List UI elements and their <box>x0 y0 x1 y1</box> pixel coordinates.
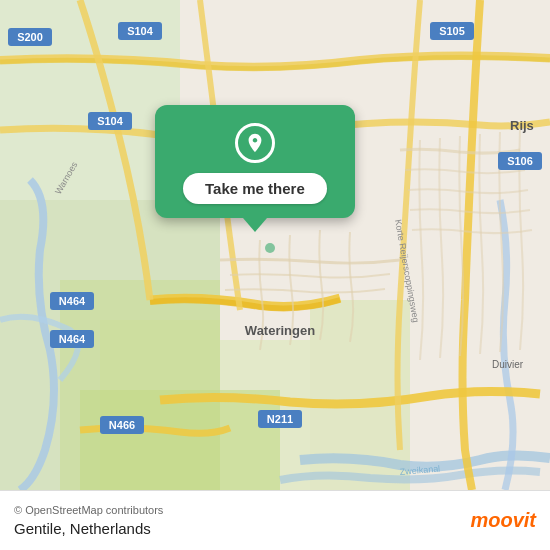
bottom-bar: © OpenStreetMap contributors Gentile, Ne… <box>0 490 550 550</box>
map-container: S200 S104 S104 S105 S106 N464 N464 N466 … <box>0 0 550 490</box>
location-pin-icon <box>235 123 275 163</box>
svg-text:Rijs: Rijs <box>510 118 534 133</box>
copyright-text: © OpenStreetMap contributors <box>14 504 163 516</box>
popup-bubble: Take me there <box>155 105 355 218</box>
svg-text:N466: N466 <box>109 419 135 431</box>
svg-text:Duivier: Duivier <box>492 359 524 370</box>
svg-text:N211: N211 <box>267 413 293 425</box>
svg-rect-7 <box>80 390 280 490</box>
svg-text:N464: N464 <box>59 295 86 307</box>
svg-text:Wateringen: Wateringen <box>245 323 315 338</box>
svg-text:S105: S105 <box>439 25 465 37</box>
take-me-there-button[interactable]: Take me there <box>183 173 327 204</box>
map-background: S200 S104 S104 S105 S106 N464 N464 N466 … <box>0 0 550 490</box>
location-label: Gentile, Netherlands <box>14 520 163 537</box>
bottom-left: © OpenStreetMap contributors Gentile, Ne… <box>14 504 163 537</box>
map-popup: Take me there <box>155 105 355 218</box>
svg-text:S106: S106 <box>507 155 533 167</box>
svg-text:S200: S200 <box>17 31 43 43</box>
moovit-logo-text: moovit <box>470 509 536 532</box>
svg-point-32 <box>265 243 275 253</box>
svg-text:N464: N464 <box>59 333 86 345</box>
svg-text:S104: S104 <box>127 25 154 37</box>
moovit-logo: moovit <box>470 509 536 532</box>
svg-text:S104: S104 <box>97 115 124 127</box>
